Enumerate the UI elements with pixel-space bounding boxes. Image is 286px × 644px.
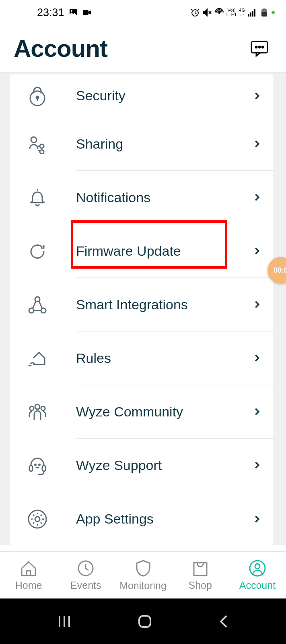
svg-point-21 [35,297,40,302]
network-icon: 4G↓↑ [239,8,245,17]
chevron-right-icon [253,91,261,100]
chevron-right-icon [253,515,261,524]
svg-point-18 [31,137,37,143]
alarm-icon [190,8,200,17]
chevron-right-icon [253,354,261,362]
content-area: Security Sharing Notifications [0,72,286,545]
svg-point-30 [39,464,40,465]
chevron-right-icon [253,407,261,416]
home-icon [19,559,38,577]
video-icon [82,8,92,17]
svg-rect-10 [261,12,267,17]
tab-monitoring[interactable]: Monitoring [114,552,171,598]
refresh-icon [25,242,50,261]
gear-icon [25,509,50,529]
row-label: Security [76,88,126,104]
svg-rect-2 [83,10,88,15]
svg-rect-28 [42,466,45,471]
hotspot-icon [214,8,224,17]
headset-icon [25,455,50,476]
clock-icon [77,559,95,577]
tab-home[interactable]: Home [0,552,57,598]
status-time: 23:31 [37,6,64,19]
shield-icon [135,559,151,578]
tab-label: Account [239,580,276,591]
status-right: Vo))LTE1 4G↓↑ [190,8,275,17]
chevron-right-icon [253,139,261,148]
svg-point-24 [35,404,40,409]
status-left: 23:31 [37,6,92,19]
people-icon [25,402,50,422]
svg-point-17 [36,96,39,99]
recent-apps-button[interactable] [56,613,72,630]
svg-point-25 [30,406,34,410]
row-rules[interactable]: Rules [10,331,274,385]
chevron-right-icon [253,246,261,255]
svg-rect-5 [248,14,249,17]
row-label: Rules [76,350,111,366]
bell-icon [25,187,50,208]
row-notifications[interactable]: Notifications [10,171,274,224]
svg-rect-6 [250,12,251,17]
home-signal-icon [25,348,50,369]
svg-point-14 [259,46,260,48]
status-bar: 23:31 Vo))LTE1 4G↓↑ [0,0,286,25]
chat-icon[interactable] [251,41,268,57]
svg-point-32 [35,517,40,522]
tab-label: Shop [189,580,212,591]
bag-icon [191,559,209,577]
account-icon [249,559,266,577]
svg-rect-34 [194,563,207,576]
row-firmware-update[interactable]: Firmware Update [10,224,274,278]
svg-point-20 [40,150,44,154]
svg-point-1 [71,10,72,12]
svg-rect-7 [252,11,253,17]
tab-label: Events [70,580,101,591]
row-label: App Settings [76,511,154,527]
signal-icon [247,8,257,17]
svg-point-19 [40,144,44,148]
svg-point-26 [41,406,45,410]
system-nav-bar [0,598,286,644]
row-label: Wyze Support [76,458,162,473]
svg-rect-8 [254,9,255,17]
row-app-settings[interactable]: App Settings [10,492,274,545]
chevron-right-icon [253,461,261,470]
row-label: Sharing [76,136,123,152]
chevron-right-icon [253,193,261,202]
tab-bar: Home Events Monitoring Shop Account [0,551,286,598]
svg-rect-27 [29,466,33,471]
header: Account [0,25,286,72]
tab-shop[interactable]: Shop [172,552,229,598]
svg-rect-37 [139,616,150,627]
svg-rect-11 [263,8,265,10]
mute-icon [202,8,212,17]
svg-point-36 [255,564,260,569]
svg-point-15 [262,46,263,48]
row-sharing[interactable]: Sharing [10,117,274,171]
tab-label: Monitoring [119,580,167,592]
page-title: Account [14,35,107,62]
tab-label: Home [15,580,42,591]
back-button[interactable] [218,613,230,630]
row-label: Notifications [76,190,150,205]
tab-account[interactable]: Account [229,552,286,598]
gallery-icon [68,8,78,17]
tab-events[interactable]: Events [57,552,114,598]
row-wyze-community[interactable]: Wyze Community [10,385,274,439]
triangle-nodes-icon [25,295,50,315]
row-smart-integrations[interactable]: Smart Integrations [10,278,274,331]
volte-icon: Vo))LTE1 [226,8,237,17]
svg-point-4 [218,12,220,13]
svg-point-23 [41,308,46,313]
svg-point-29 [35,464,36,465]
row-security[interactable]: Security [10,75,274,117]
chevron-right-icon [253,300,261,309]
home-button[interactable] [137,613,153,630]
timer-text: 00:0 [274,266,286,275]
share-icon [25,134,50,154]
battery-icon [259,8,269,17]
row-wyze-support[interactable]: Wyze Support [10,439,274,492]
lock-icon [25,85,50,106]
row-label: Firmware Update [76,243,181,259]
